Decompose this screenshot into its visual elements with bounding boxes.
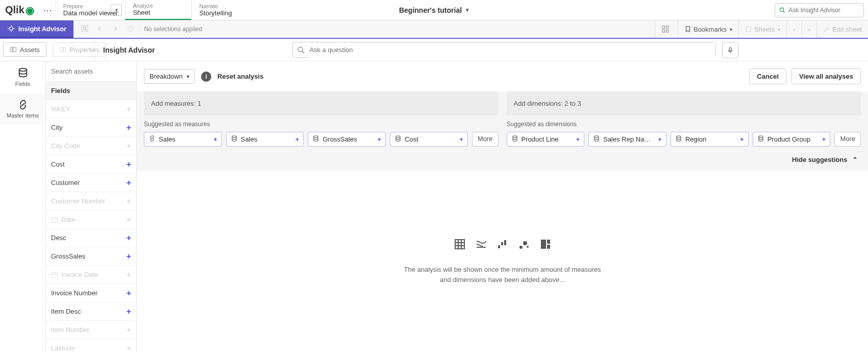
suggestion-chip[interactable]: Sales+: [144, 132, 222, 147]
suggestion-chip[interactable]: Cost+: [390, 132, 468, 147]
step-back-icon: [96, 25, 104, 34]
insight-search-box[interactable]: [775, 3, 864, 17]
suggestion-chip[interactable]: GrossSales+: [308, 132, 386, 147]
add-icon[interactable]: +: [295, 135, 300, 143]
sheets-button[interactable]: Sheets ▾: [738, 20, 786, 38]
search-assets-input[interactable]: [51, 67, 131, 75]
add-icon[interactable]: +: [822, 135, 826, 143]
dimensions-drop-zone[interactable]: Add dimensions: 2 to 3: [507, 91, 861, 115]
field-row[interactable]: Invoice Number+: [46, 284, 136, 302]
more-suggestions-button[interactable]: More: [472, 132, 499, 147]
field-row[interactable]: Date+: [46, 210, 136, 229]
database-icon: [17, 67, 29, 79]
add-field-icon[interactable]: +: [127, 344, 131, 353]
chip-label: Region: [685, 135, 737, 143]
field-label: Item Number: [51, 326, 89, 334]
svg-point-0: [780, 8, 784, 11]
field-row[interactable]: Item Number+: [46, 321, 136, 339]
measures-drop-zone[interactable]: Add measures: 1: [144, 91, 499, 115]
add-icon[interactable]: +: [459, 135, 463, 143]
svg-point-42: [527, 246, 529, 248]
add-field-icon[interactable]: +: [127, 197, 131, 206]
chip-label: Sales: [241, 135, 292, 143]
svg-point-28: [512, 136, 516, 138]
svg-rect-8: [662, 26, 665, 29]
add-field-icon[interactable]: +: [127, 289, 131, 298]
field-row[interactable]: Cost+: [46, 155, 136, 174]
svg-point-2: [10, 27, 13, 31]
add-field-icon[interactable]: +: [127, 215, 131, 224]
svg-rect-16: [64, 47, 66, 52]
field-row[interactable]: Desc+: [46, 229, 136, 247]
field-row[interactable]: Latitude+: [46, 339, 136, 352]
add-field-icon[interactable]: +: [127, 160, 131, 169]
qlik-logo[interactable]: Qlik◉: [0, 0, 39, 20]
field-label: Latitude: [51, 344, 75, 352]
suggestion-chip[interactable]: Product Line+: [507, 132, 585, 147]
app-title[interactable]: Beginner's tutorial ▾: [399, 0, 469, 20]
rail-master-items[interactable]: Master items: [0, 93, 45, 125]
selections-tool-button[interactable]: [655, 20, 678, 38]
add-icon[interactable]: +: [378, 135, 382, 143]
assets-toggle[interactable]: Assets: [3, 42, 46, 57]
more-suggestions-button[interactable]: More: [834, 132, 861, 147]
page-title: Insight Advisor: [95, 39, 163, 61]
info-icon[interactable]: i: [201, 72, 211, 82]
suggested-measures-label: Suggested as measures: [144, 121, 499, 128]
ask-question-box[interactable]: [292, 42, 716, 58]
field-row[interactable]: Customer Number+: [46, 192, 136, 210]
analysis-type-dropdown[interactable]: Breakdown ▾: [144, 69, 195, 84]
suggestion-chip[interactable]: Product Group+: [753, 132, 831, 147]
suggestion-chip[interactable]: Sales+: [226, 132, 304, 147]
tab-prepare[interactable]: Prepare Data model viewer ▾: [56, 0, 126, 20]
smart-search-icon[interactable]: [81, 25, 89, 34]
insight-advisor-button[interactable]: Insight Advisor: [0, 20, 73, 38]
svg-point-40: [519, 246, 523, 249]
add-field-icon[interactable]: +: [127, 252, 131, 261]
reset-analysis-button[interactable]: Reset analysis: [217, 73, 263, 80]
field-row[interactable]: Customer+: [46, 174, 136, 192]
rail-fields[interactable]: Fields: [0, 61, 45, 93]
ask-question-input[interactable]: [309, 42, 715, 58]
add-field-icon[interactable]: +: [127, 270, 131, 279]
bookmarks-button[interactable]: Bookmarks ▾: [678, 20, 738, 38]
add-icon[interactable]: +: [213, 135, 217, 143]
field-row[interactable]: GrossSales+: [46, 247, 136, 266]
tab-narrate[interactable]: Narrate Storytelling: [191, 0, 258, 20]
tab-analyze[interactable]: Analyze Sheet: [125, 0, 191, 20]
tab-big: Sheet: [133, 9, 184, 16]
mic-button[interactable]: [722, 42, 738, 58]
field-label: Date: [61, 216, 75, 223]
insight-search-input[interactable]: [788, 7, 859, 14]
add-field-icon[interactable]: +: [127, 142, 131, 151]
field-row[interactable]: Item Desc+: [46, 302, 136, 321]
field-row[interactable]: City Code+: [46, 137, 136, 155]
search-icon: [297, 46, 305, 54]
add-field-icon[interactable]: +: [127, 123, 131, 132]
add-field-icon[interactable]: +: [127, 233, 131, 243]
step-forward-icon: [111, 25, 119, 34]
more-menu-button[interactable]: ⋯: [39, 0, 56, 20]
cancel-button[interactable]: Cancel: [749, 68, 786, 84]
add-icon[interactable]: +: [740, 135, 744, 143]
chevron-down-icon[interactable]: ▾: [111, 5, 122, 16]
panel-icon: [10, 46, 17, 53]
suggestion-chip[interactable]: Sales Rep Name1+: [588, 132, 666, 147]
field-row[interactable]: %KEY+: [46, 100, 136, 119]
view-all-analyses-button[interactable]: View all analyses: [791, 68, 861, 84]
svg-rect-21: [52, 217, 58, 222]
add-field-icon[interactable]: +: [127, 325, 131, 335]
add-field-icon[interactable]: +: [127, 105, 131, 114]
hide-suggestions-button[interactable]: Hide suggestions ⌃: [137, 152, 868, 171]
field-row[interactable]: City+: [46, 119, 136, 137]
next-sheet-button: ›: [802, 20, 816, 38]
search-icon: [779, 7, 785, 14]
add-icon[interactable]: +: [658, 135, 662, 143]
svg-point-4: [83, 27, 86, 29]
field-label: Invoice Number: [51, 289, 97, 297]
field-row[interactable]: Invoice Date+: [46, 266, 136, 284]
add-icon[interactable]: +: [576, 135, 580, 143]
add-field-icon[interactable]: +: [127, 307, 131, 316]
suggestion-chip[interactable]: Region+: [671, 132, 749, 147]
add-field-icon[interactable]: +: [127, 178, 131, 187]
